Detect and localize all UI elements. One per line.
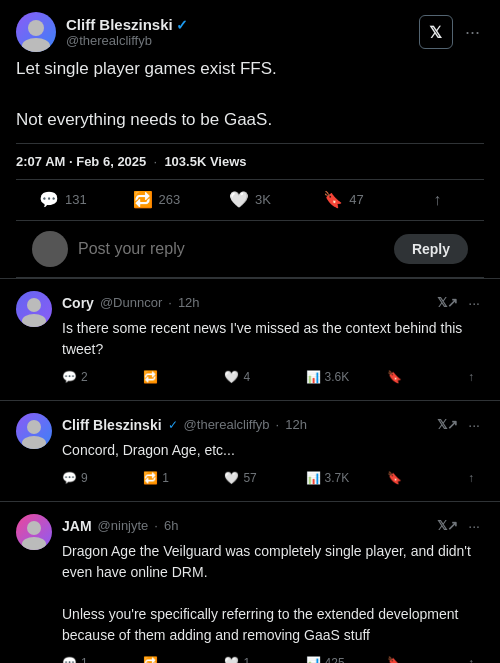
reply-count: 131 <box>65 192 87 207</box>
retweet-action-button[interactable]: 🔁 263 <box>110 184 204 216</box>
cliff2-name[interactable]: Cliff Bleszinski <box>62 417 162 433</box>
jam-reply-text: Dragon Age the Veilguard was completely … <box>62 541 484 646</box>
main-tweet-name-text: Cliff Bleszinski <box>66 16 173 33</box>
cory-reply-header-left: Cory @Dunncor · 12h <box>62 295 200 311</box>
cliff2-reply-header-right: 𝕏↗ ··· <box>437 413 484 437</box>
cliff2-views-icon: 📊 <box>306 471 321 485</box>
cliff2-x-icon: 𝕏↗ <box>437 417 458 432</box>
reply-item: Cory @Dunncor · 12h 𝕏↗ ··· Is there some… <box>0 279 500 401</box>
jam-time: 6h <box>164 518 178 533</box>
jam-reply-icon: 💬 <box>62 656 77 664</box>
jam-name[interactable]: JAM <box>62 518 92 534</box>
cory-like-count: 4 <box>243 370 250 384</box>
cory-name[interactable]: Cory <box>62 295 94 311</box>
cory-reply-btn[interactable]: 💬 2 <box>62 366 143 388</box>
cliff2-views-count: 3.7K <box>325 471 350 485</box>
cliff2-reply-content: Cliff Bleszinski ✓ @therealcliffyb · 12h… <box>62 413 484 489</box>
cory-views-icon: 📊 <box>306 370 321 384</box>
jam-retweet-btn[interactable]: 🔁 <box>143 652 224 664</box>
jam-retweet-icon: 🔁 <box>143 656 158 664</box>
cliff2-reply-btn[interactable]: 💬 9 <box>62 467 143 489</box>
bookmark-icon: 🔖 <box>323 192 343 208</box>
tweet-views-label: Views <box>210 154 247 169</box>
jam-share-icon: ↑ <box>468 656 474 664</box>
cory-reply-header: Cory @Dunncor · 12h 𝕏↗ ··· <box>62 291 484 315</box>
like-icon: 🤍 <box>229 192 249 208</box>
main-tweet-content: Let single player games exist FFS. Not e… <box>16 56 484 133</box>
cliff2-like-count: 57 <box>243 471 256 485</box>
cliff2-bookmark-btn[interactable]: 🔖 <box>387 467 468 489</box>
main-tweet-user-info: Cliff Bleszinski ✓ @therealcliffyb <box>66 16 188 48</box>
main-tweet-display-name[interactable]: Cliff Bleszinski ✓ <box>66 16 188 33</box>
reply-submit-button[interactable]: Reply <box>394 234 468 264</box>
jam-reply-btn[interactable]: 💬 1 <box>62 652 143 664</box>
cliff2-reply-header-left: Cliff Bleszinski ✓ @therealcliffyb · 12h <box>62 417 307 433</box>
jam-reply-actions: 💬 1 🔁 🤍 1 📊 425 🔖 ↑ <box>62 652 484 664</box>
svg-point-3 <box>22 314 46 327</box>
cory-reply-icon: 💬 <box>62 370 77 384</box>
cory-reply-actions: 💬 2 🔁 🤍 4 📊 3.6K 🔖 ↑ <box>62 366 484 388</box>
retweet-count: 263 <box>159 192 181 207</box>
main-tweet-header: Cliff Bleszinski ✓ @therealcliffyb 𝕏 ··· <box>16 12 484 52</box>
cory-bookmark-icon: 🔖 <box>387 370 402 384</box>
reply-input[interactable] <box>78 240 384 258</box>
jam-reply-content: JAM @ninjyte · 6h 𝕏↗ ··· Dragon Age the … <box>62 514 484 664</box>
cory-share-btn[interactable]: ↑ <box>468 366 484 388</box>
cory-views-btn[interactable]: 📊 3.6K <box>306 366 387 388</box>
cory-handle: @Dunncor <box>100 295 162 310</box>
cory-avatar[interactable] <box>16 291 52 327</box>
reply-action-button[interactable]: 💬 131 <box>16 184 110 216</box>
tweet-line-2: Not everything needs to be GaaS. <box>16 107 484 133</box>
svg-point-2 <box>27 298 41 312</box>
cliff2-bookmark-icon: 🔖 <box>387 471 402 485</box>
cory-bookmark-btn[interactable]: 🔖 <box>387 366 468 388</box>
jam-x-icon: 𝕏↗ <box>437 518 458 533</box>
svg-point-5 <box>22 436 46 449</box>
like-action-button[interactable]: 🤍 3K <box>203 184 297 216</box>
jam-reply-text-line1: Dragon Age the Veilguard was completely … <box>62 543 471 580</box>
jam-like-count: 1 <box>243 656 250 664</box>
cliff2-handle: @therealcliffyb <box>184 417 270 432</box>
cory-retweet-icon: 🔁 <box>143 370 158 384</box>
cliff2-retweet-count: 1 <box>162 471 169 485</box>
share-action-button[interactable]: ↑ <box>390 184 484 216</box>
more-options-button[interactable]: ··· <box>461 18 484 47</box>
cory-views-count: 3.6K <box>325 370 350 384</box>
cory-reply-count: 2 <box>81 370 88 384</box>
jam-bookmark-btn[interactable]: 🔖 <box>387 652 468 664</box>
cliff2-views-btn[interactable]: 📊 3.7K <box>306 467 387 489</box>
like-count: 3K <box>255 192 271 207</box>
cliff2-avatar[interactable] <box>16 413 52 449</box>
jam-more-button[interactable]: ··· <box>464 514 484 538</box>
jam-bookmark-icon: 🔖 <box>387 656 402 664</box>
main-tweet-author: Cliff Bleszinski ✓ @therealcliffyb <box>16 12 188 52</box>
x-logo-button[interactable]: 𝕏 <box>419 15 453 49</box>
jam-share-btn[interactable]: ↑ <box>468 652 484 664</box>
cliff2-like-icon: 🤍 <box>224 471 239 485</box>
reply-item: Cliff Bleszinski ✓ @therealcliffyb · 12h… <box>0 401 500 502</box>
cliff2-more-button[interactable]: ··· <box>464 413 484 437</box>
main-tweet-username[interactable]: @therealcliffyb <box>66 33 188 48</box>
main-tweet-header-icons: 𝕏 ··· <box>419 15 484 49</box>
cliff2-verified-icon: ✓ <box>168 418 178 432</box>
jam-avatar[interactable] <box>16 514 52 550</box>
svg-point-7 <box>22 537 46 550</box>
cliff2-like-btn[interactable]: 🤍 57 <box>224 467 305 489</box>
cliff2-time: 12h <box>285 417 307 432</box>
reply-item: JAM @ninjyte · 6h 𝕏↗ ··· Dragon Age the … <box>0 502 500 664</box>
jam-like-icon: 🤍 <box>224 656 239 664</box>
cory-like-btn[interactable]: 🤍 4 <box>224 366 305 388</box>
cliff2-retweet-btn[interactable]: 🔁 1 <box>143 467 224 489</box>
svg-point-1 <box>22 38 50 52</box>
bookmark-action-button[interactable]: 🔖 47 <box>297 184 391 216</box>
cory-reply-content: Cory @Dunncor · 12h 𝕏↗ ··· Is there some… <box>62 291 484 388</box>
cory-more-button[interactable]: ··· <box>464 291 484 315</box>
main-tweet-avatar[interactable] <box>16 12 56 52</box>
cliff2-share-btn[interactable]: ↑ <box>468 467 484 489</box>
reply-icon: 💬 <box>39 192 59 208</box>
cliff2-reply-count: 9 <box>81 471 88 485</box>
cory-retweet-btn[interactable]: 🔁 <box>143 366 224 388</box>
cory-share-icon: ↑ <box>468 370 474 384</box>
jam-like-btn[interactable]: 🤍 1 <box>224 652 305 664</box>
jam-views-btn[interactable]: 📊 425 <box>306 652 387 664</box>
